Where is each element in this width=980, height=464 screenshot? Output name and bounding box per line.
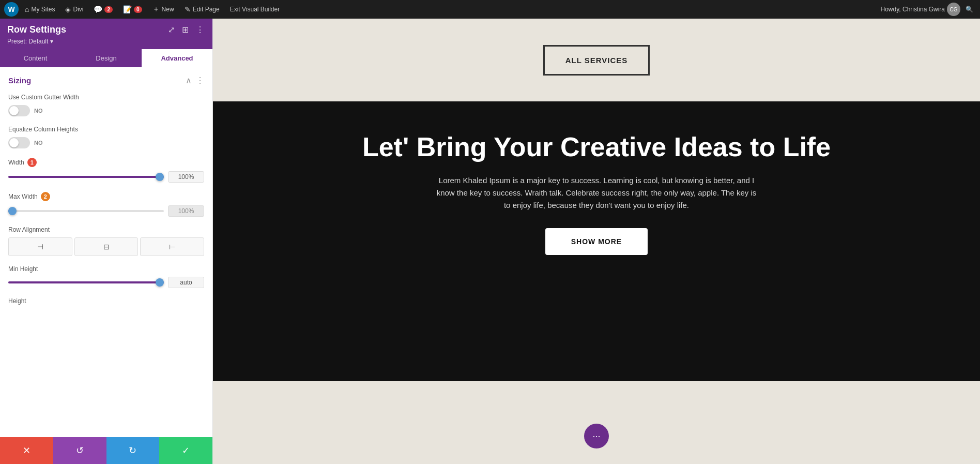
more-icon[interactable]: ⋮ [195,24,205,36]
user-greeting: Howdy, Christina Gwira [881,6,945,13]
panel-header-icons: ⤢ ⊞ ⋮ [167,24,205,36]
pencil-icon: ✎ [185,5,191,13]
max-width-label: Max Width 2 [8,192,204,201]
panel-tabs: Content Design Advanced [0,49,212,67]
gutter-label: Use Custom Gutter Width [8,94,204,101]
chevron-down-icon: ▾ [50,38,53,45]
max-width-value[interactable]: 100% [168,205,204,217]
tab-content[interactable]: Content [0,49,71,67]
show-more-button[interactable]: SHOW MORE [545,228,648,255]
min-height-setting: Min Height auto [8,265,204,288]
section-actions: ∧ ⋮ [186,76,204,85]
toggle-knob-2 [9,138,19,147]
expand-icon[interactable]: ⤢ [167,24,176,36]
comments-badge: 2 [104,6,113,13]
max-width-setting: Max Width 2 100% [8,192,204,217]
height-label: Height [8,297,204,305]
align-right-button[interactable]: ⊢ [140,237,204,256]
notes-menu[interactable]: 📝 0 [119,0,146,19]
align-left-button[interactable]: ⊣ [8,237,72,256]
align-left-icon: ⊣ [37,243,43,251]
row-alignment-setting: Row Alignment ⊣ ⊟ ⊢ [8,226,204,256]
equalize-toggle-label: NO [34,140,43,146]
divi-icon: ◈ [65,5,71,13]
width-slider-track[interactable] [8,176,164,178]
cancel-icon: ✕ [23,445,30,456]
min-height-slider-row: auto [8,277,204,288]
panel-header: Row Settings ⤢ ⊞ ⋮ Preset: Default ▾ [0,19,212,49]
user-avatar[interactable]: CG [947,3,960,16]
edit-page-menu[interactable]: ✎ Edit Page [180,0,224,19]
redo-icon: ↻ [129,445,136,456]
panel-body: Sizing ∧ ⋮ Use Custom Gutter Width NO [0,67,212,437]
tab-advanced[interactable]: Advanced [142,49,212,67]
new-menu[interactable]: ＋ New [148,0,178,19]
gutter-toggle[interactable] [8,105,30,116]
floating-dots-button[interactable]: ··· [584,424,609,448]
alignment-buttons: ⊣ ⊟ ⊢ [8,237,204,256]
sizing-section-header: Sizing ∧ ⋮ [8,76,204,85]
equalize-toggle[interactable] [8,137,30,148]
admin-bar: W ⌂ My Sites ◈ Divi 💬 2 📝 0 ＋ New ✎ Edit… [0,0,980,19]
panel-actions: ✕ ↺ ↻ ✓ [0,437,212,464]
collapse-icon[interactable]: ∧ [186,76,192,85]
panel-title: Row Settings [7,24,66,35]
canvas-area: ALL SERVICES Let' Bring Your Creative Id… [213,19,980,464]
sizing-title: Sizing [8,76,31,85]
min-height-slider-thumb[interactable] [156,278,164,287]
width-badge: 1 [27,158,37,167]
min-height-slider-track[interactable] [8,281,164,283]
comments-icon: 💬 [94,5,102,13]
comments-menu[interactable]: 💬 2 [89,0,117,19]
align-center-button[interactable]: ⊟ [74,237,139,256]
height-setting: Height [8,297,204,305]
undo-icon: ↺ [76,445,84,456]
save-icon: ✓ [182,445,190,456]
canvas-hero-section: Let' Bring Your Creative Ideas to Life L… [213,101,980,381]
divi-menu[interactable]: ◈ Divi [61,0,87,19]
tab-design[interactable]: Design [71,49,142,67]
width-setting: Width 1 100% [8,158,204,183]
search-icon[interactable]: 🔍 [962,3,976,16]
min-height-value[interactable]: auto [168,277,204,288]
align-right-icon: ⊢ [169,243,175,251]
toggle-knob [9,106,19,115]
preset-selector[interactable]: Preset: Default ▾ [7,38,205,45]
equalize-toggle-row: NO [8,137,204,148]
admin-bar-right: Howdy, Christina Gwira CG 🔍 [881,3,976,16]
row-settings-panel: Row Settings ⤢ ⊞ ⋮ Preset: Default ▾ Con… [0,19,213,464]
save-button[interactable]: ✓ [159,437,212,464]
canvas-top-section: ALL SERVICES [213,19,980,101]
all-services-button[interactable]: ALL SERVICES [543,45,650,76]
home-icon: ⌂ [25,5,29,13]
width-slider-fill [8,176,164,178]
redo-button[interactable]: ↻ [106,437,160,464]
max-width-badge: 2 [41,192,50,201]
hero-title: Let' Bring Your Creative Ideas to Life [234,132,959,162]
width-slider-thumb[interactable] [156,173,164,181]
panel-header-top: Row Settings ⤢ ⊞ ⋮ [7,24,205,36]
equalize-label: Equalize Column Heights [8,126,204,133]
canvas-bottom-section: ··· [213,381,980,464]
width-value[interactable]: 100% [168,171,204,183]
cancel-button[interactable]: ✕ [0,437,53,464]
row-alignment-label: Row Alignment [8,226,204,233]
equalize-heights-setting: Equalize Column Heights NO [8,126,204,148]
max-width-slider-row: 100% [8,205,204,217]
width-slider-row: 100% [8,171,204,183]
section-more-icon[interactable]: ⋮ [196,76,204,85]
max-width-slider-track[interactable] [8,210,164,212]
align-center-icon: ⊟ [103,243,110,251]
my-sites-menu[interactable]: ⌂ My Sites [21,0,59,19]
notes-badge: 0 [134,6,142,13]
gutter-toggle-row: NO [8,105,204,116]
notes-icon: 📝 [123,5,132,13]
exit-builder-menu[interactable]: Exit Visual Builder [226,0,284,19]
gutter-width-setting: Use Custom Gutter Width NO [8,94,204,116]
max-width-slider-thumb[interactable] [8,207,17,215]
grid-icon[interactable]: ⊞ [181,24,190,36]
wordpress-icon[interactable]: W [4,2,19,17]
undo-button[interactable]: ↺ [53,437,106,464]
min-height-slider-fill [8,281,164,283]
min-height-label: Min Height [8,265,204,273]
